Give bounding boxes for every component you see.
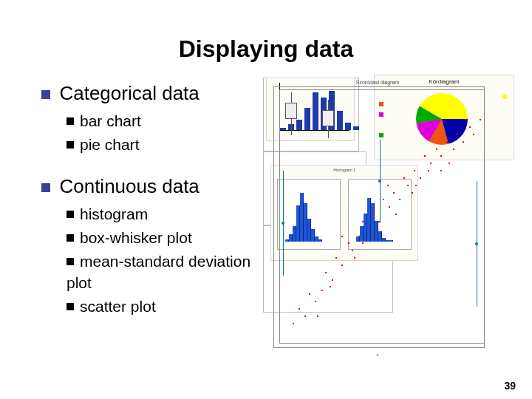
list-item: pie chart <box>80 136 140 153</box>
bullet-icon <box>66 141 74 149</box>
bullet-icon <box>41 183 50 192</box>
graphics-column: Kördiagram Hisztogram 1 Box & Whisker <box>263 78 491 358</box>
page-number: 39 <box>504 380 516 392</box>
list-item: histogram <box>80 205 148 222</box>
list-item: mean-standard deviation plot <box>66 253 250 290</box>
text-column: Categorical data bar chart pie chart Con… <box>41 78 263 358</box>
slide-title: Displaying data <box>41 35 491 63</box>
bullet-icon <box>66 211 74 218</box>
section-heading-continuous: Continuous data <box>59 175 199 197</box>
list-item: bar chart <box>80 112 141 129</box>
bullet-icon <box>66 234 74 242</box>
scatter-thumb: Szóródási diagram x <box>263 225 393 313</box>
scatter-xlabel: x <box>264 352 491 357</box>
scatter-title: Szóródási diagram <box>264 80 491 85</box>
bullet-icon <box>66 303 74 310</box>
list-item: box-whisker plot <box>80 229 192 246</box>
bullet-icon <box>41 90 50 99</box>
bullet-icon <box>66 117 74 125</box>
bullet-icon <box>66 258 74 265</box>
list-item: scatter plot <box>80 298 156 315</box>
section-heading-categorical: Categorical data <box>59 82 199 104</box>
